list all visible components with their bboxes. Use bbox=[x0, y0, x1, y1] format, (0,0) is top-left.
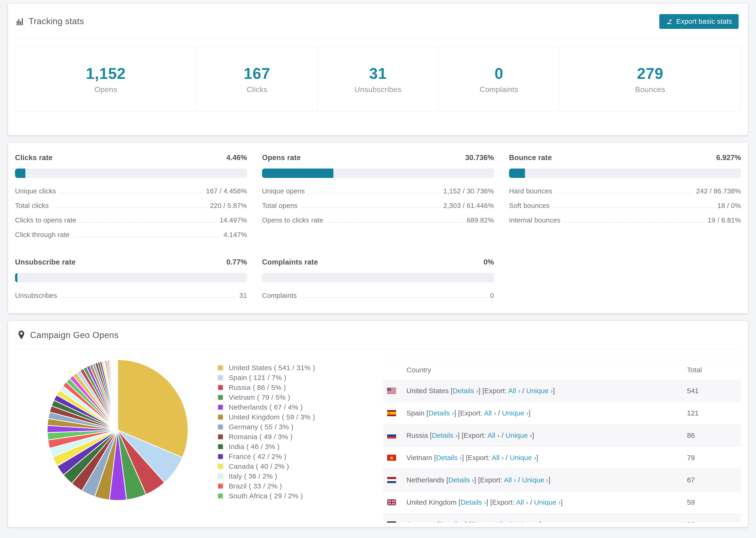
rate-rows: Unsubscribes 31 bbox=[15, 292, 247, 299]
flag-es-icon bbox=[387, 410, 399, 416]
legend-swatch bbox=[217, 444, 224, 450]
legend-label: Brazil ( 33 / 2% ) bbox=[229, 482, 282, 490]
rate-detail-row: Total opens 2,303 / 61.446% bbox=[262, 202, 494, 210]
export-all-link[interactable]: All › bbox=[508, 387, 520, 395]
export-all-link[interactable]: All › bbox=[495, 521, 507, 522]
rate-detail-row: Internal bounces 19 / 6.81% bbox=[509, 216, 741, 224]
rate-detail-value: 31 bbox=[239, 292, 247, 299]
legend-swatch bbox=[217, 473, 224, 479]
legend-swatch bbox=[217, 365, 224, 371]
pie-slice bbox=[117, 360, 118, 430]
rate-detail-value: 0 bbox=[490, 292, 494, 299]
legend-swatch bbox=[217, 424, 224, 430]
tracking-stats-header: Tracking stats Export basic stats bbox=[8, 4, 748, 39]
rate-rows: Complaints 0 bbox=[262, 292, 494, 299]
export-unique-link[interactable]: Unique › bbox=[513, 521, 540, 522]
rate-detail-value: 242 / 86.738% bbox=[696, 187, 741, 195]
rate-progress-bar bbox=[509, 169, 741, 178]
export-all-link[interactable]: All › bbox=[504, 476, 516, 484]
details-link[interactable]: Details › bbox=[460, 498, 486, 506]
export-unique-link[interactable]: Unique › bbox=[522, 476, 549, 484]
details-link[interactable]: Details › bbox=[432, 431, 458, 439]
bar-chart-icon bbox=[15, 17, 24, 26]
details-link[interactable]: Details › bbox=[436, 454, 462, 461]
legend-label: South Africa ( 29 / 2% ) bbox=[229, 492, 303, 500]
rate-detail-value: 167 / 4.456% bbox=[206, 187, 247, 195]
dotted-leader bbox=[308, 193, 440, 193]
country-cell: Spain [Details ›] [Export: All › / Uniqu… bbox=[406, 409, 687, 417]
legend-item: Romania ( 49 / 3% ) bbox=[217, 432, 368, 442]
legend-item: Netherlands ( 67 / 4% ) bbox=[217, 402, 368, 412]
rate-value: 30.736% bbox=[465, 153, 494, 162]
rate-block: Unsubscribe rate 0.77% Unsubscribes 31 bbox=[15, 258, 247, 299]
details-link[interactable]: Details › bbox=[428, 409, 454, 417]
country-total: 59 bbox=[687, 498, 741, 506]
dotted-leader bbox=[301, 207, 440, 208]
details-link[interactable]: Details › bbox=[453, 387, 478, 395]
stat-boxes: 1,152 Opens 167 Clicks 31 Unsubscribes 0… bbox=[15, 47, 741, 112]
export-all-link[interactable]: All › bbox=[484, 409, 496, 417]
export-unique-link[interactable]: Unique › bbox=[534, 498, 561, 506]
stat-box: 167 Clicks bbox=[196, 47, 317, 111]
country-name: Russia bbox=[406, 431, 430, 439]
legend-label: Romania ( 49 / 3% ) bbox=[229, 433, 293, 441]
tracking-stats-title-wrap: Tracking stats bbox=[15, 17, 659, 26]
legend-item: Vietnam ( 79 / 5% ) bbox=[217, 393, 368, 402]
tracking-stats-card: Tracking stats Export basic stats 1,152 … bbox=[8, 4, 748, 135]
country-name: United Kingdom bbox=[406, 498, 459, 506]
stat-value: 0 bbox=[495, 65, 503, 82]
legend-label: United Kingdom ( 59 / 3% ) bbox=[229, 413, 315, 421]
export-icon bbox=[666, 18, 673, 25]
country-name: United States bbox=[406, 387, 451, 395]
rate-detail-label: Click through rate bbox=[15, 231, 70, 239]
rate-detail-value: 2,303 / 61.446% bbox=[443, 202, 494, 210]
dashboard-page: Tracking stats Export basic stats 1,152 … bbox=[0, 0, 756, 527]
geo-body: United States ( 541 / 31% ) Spain ( 121 … bbox=[15, 350, 741, 522]
legend-label: India ( 46 / 3% ) bbox=[229, 443, 280, 451]
rate-detail-row: Hard bounces 242 / 86.738% bbox=[509, 187, 741, 195]
rate-value: 0.77% bbox=[226, 258, 247, 266]
rate-progress-fill bbox=[262, 169, 333, 178]
dotted-leader bbox=[52, 207, 207, 208]
legend-label: Canada ( 40 / 2% ) bbox=[229, 462, 289, 470]
geo-table-row: Germany [Details ›] [Export: All › / Uni… bbox=[383, 513, 741, 522]
rate-detail-value: 220 / 5.87% bbox=[210, 202, 247, 210]
geo-opens-card: Campaign Geo Opens United States ( 541 /… bbox=[8, 321, 748, 527]
stat-box: 31 Unsubscribes bbox=[317, 47, 438, 111]
details-link[interactable]: Details › bbox=[439, 521, 465, 522]
rate-detail-row: Unsubscribes 31 bbox=[15, 292, 247, 299]
geo-table-header: Country Total bbox=[383, 360, 741, 380]
country-cell: Netherlands [Details ›] [Export: All › /… bbox=[406, 476, 687, 484]
export-all-link[interactable]: All › bbox=[516, 498, 528, 506]
legend-label: United States ( 541 / 31% ) bbox=[229, 364, 315, 372]
rate-detail-label: Unique clicks bbox=[15, 187, 56, 195]
rate-value: 0% bbox=[483, 258, 494, 266]
legend-swatch bbox=[217, 463, 224, 469]
rate-progress-fill bbox=[15, 273, 17, 282]
geo-section-title: Campaign Geo Opens bbox=[30, 330, 119, 340]
rate-value: 6.927% bbox=[716, 153, 741, 162]
export-basic-stats-button[interactable]: Export basic stats bbox=[659, 14, 739, 29]
export-all-link[interactable]: All › bbox=[487, 431, 500, 439]
export-unique-link[interactable]: Unique › bbox=[526, 387, 553, 395]
legend-swatch bbox=[217, 375, 224, 381]
legend-swatch bbox=[217, 394, 224, 401]
export-unique-link[interactable]: Unique › bbox=[502, 409, 528, 417]
dotted-leader bbox=[553, 207, 714, 208]
rate-head: Opens rate 30.736% bbox=[262, 153, 494, 162]
flag-ru-icon bbox=[387, 432, 399, 439]
legend-swatch bbox=[217, 454, 224, 459]
rate-progress-bar bbox=[15, 273, 247, 282]
stat-label: Bounces bbox=[635, 85, 665, 94]
export-unique-link[interactable]: Unique › bbox=[506, 431, 532, 439]
rate-detail-value: 14.497% bbox=[220, 216, 247, 224]
dotted-leader bbox=[60, 297, 236, 298]
geo-opens-header: Campaign Geo Opens bbox=[15, 321, 741, 350]
rate-detail-row: Unique opens 1,152 / 30.736% bbox=[262, 187, 494, 195]
rate-head: Unsubscribe rate 0.77% bbox=[15, 258, 247, 266]
stat-value: 1,152 bbox=[86, 65, 126, 82]
details-link[interactable]: Details › bbox=[448, 476, 474, 484]
export-unique-link[interactable]: Unique › bbox=[510, 454, 536, 461]
export-all-link[interactable]: All › bbox=[492, 454, 504, 461]
stat-value: 31 bbox=[369, 65, 387, 82]
